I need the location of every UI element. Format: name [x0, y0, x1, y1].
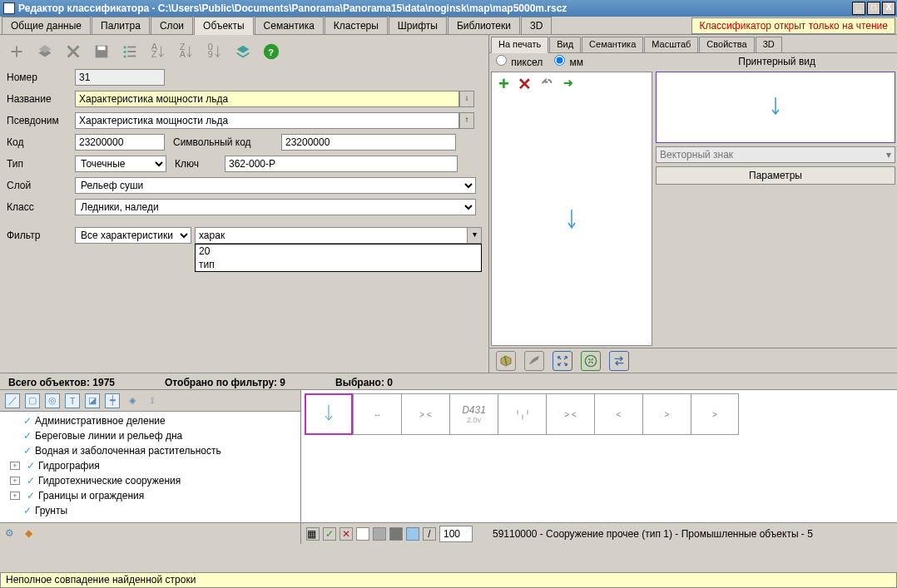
vector-sign-select[interactable]: Векторный знак ▾ [656, 146, 895, 163]
ttool-pin-icon[interactable]: ⟟ [145, 393, 160, 408]
rtab-semantics[interactable]: Семантика [582, 37, 643, 52]
checklist-icon[interactable]: ✓ [323, 527, 336, 541]
tab-palette[interactable]: Палитра [92, 17, 150, 34]
name-field[interactable] [75, 91, 459, 107]
color-gray[interactable] [373, 527, 386, 541]
class-select[interactable]: Ледники, наледи [75, 199, 476, 215]
rtab-print[interactable]: На печать [491, 37, 548, 53]
copy-icon[interactable] [35, 42, 55, 62]
ttool-text-icon[interactable]: T [65, 393, 80, 408]
expand-tool-icon[interactable] [553, 351, 572, 371]
filter-option-2[interactable]: тип [196, 258, 481, 271]
rtab-view[interactable]: Вид [549, 37, 581, 52]
ruler-icon[interactable]: / [423, 527, 436, 541]
ttool-rect-icon[interactable]: ▢ [25, 393, 40, 408]
delete-icon[interactable] [63, 42, 83, 62]
canvas-delete-icon[interactable]: ✕ [518, 74, 532, 94]
color-blue[interactable] [406, 527, 419, 541]
rtab-scale[interactable]: Масштаб [644, 37, 698, 52]
ttool-line-icon[interactable]: ／ [5, 393, 20, 408]
tree-settings-icon[interactable]: ⚙ [5, 527, 18, 541]
unit-mm-radio[interactable]: мм [554, 55, 583, 68]
collapse-tool-icon[interactable] [581, 351, 601, 371]
thumb-item[interactable]: D4312.0v [449, 393, 498, 435]
layer-select[interactable]: Рельеф суши [75, 177, 476, 194]
ttool-layers-icon[interactable]: ◈ [125, 393, 140, 408]
color-white[interactable] [356, 527, 369, 541]
tree-item[interactable]: ✓Береговые линии и рельеф дна [3, 428, 297, 443]
help-icon[interactable]: ? [261, 42, 281, 62]
minimize-button[interactable]: _ [852, 2, 865, 15]
swap-tool-icon[interactable] [609, 351, 629, 371]
tab-layers[interactable]: Слои [151, 17, 193, 34]
titlebar: Редактор классификатора - C:\Users\Publi… [0, 0, 897, 17]
tree-item[interactable]: ✓Грунты [3, 503, 297, 518]
tab-clusters[interactable]: Кластеры [325, 17, 388, 34]
thumb-item[interactable]: > [691, 393, 739, 435]
canvas-undo-icon[interactable] [540, 77, 553, 92]
grid-icon[interactable]: ▦ [306, 527, 320, 541]
expand-icon[interactable]: + [10, 462, 20, 470]
alias-field[interactable] [75, 112, 459, 129]
close-button[interactable]: X [882, 2, 895, 15]
name-down-button[interactable]: ↓ [459, 91, 474, 107]
tree-item[interactable]: ✓Водная и заболоченная растительность [3, 443, 297, 458]
filter-text-input[interactable] [195, 227, 482, 244]
maximize-button[interactable]: □ [867, 2, 880, 15]
tree-diamond-icon[interactable]: ◆ [25, 527, 38, 541]
tree-item[interactable]: +✓Гидротехнические сооружения [3, 473, 297, 488]
add-icon[interactable] [7, 42, 27, 62]
expand-icon[interactable]: + [10, 477, 20, 485]
list-icon[interactable] [120, 42, 140, 62]
thumbs-body[interactable]: ↔ > < D4312.0v ╵╷╵ > < < > > [301, 390, 897, 522]
ttool-split-icon[interactable]: ┿ [105, 393, 120, 408]
ttool-point-icon[interactable]: ◎ [45, 393, 60, 408]
layers-icon[interactable] [233, 42, 253, 62]
sort-asc-icon[interactable]: AZ [148, 42, 168, 62]
readonly-badge: Классификатор открыт только на чтение [691, 17, 895, 34]
thumb-item[interactable]: > [642, 393, 691, 435]
color-dark[interactable] [389, 527, 403, 541]
tab-libraries[interactable]: Библиотеки [448, 17, 520, 34]
code-field[interactable] [75, 134, 165, 151]
thumb-item[interactable]: < [594, 393, 642, 435]
save-icon[interactable] [92, 42, 112, 62]
cancel-icon[interactable]: ✕ [339, 527, 353, 541]
ttool-poly-icon[interactable]: ◪ [85, 393, 100, 408]
filter-dropdown-button[interactable]: ▾ [467, 227, 482, 244]
tree-item[interactable]: +✓Гидрография [3, 458, 297, 473]
type-select[interactable]: Точечные [75, 156, 166, 172]
filter-mode-select[interactable]: Все характеристики [75, 227, 191, 244]
box-tool-icon[interactable] [496, 351, 516, 371]
tab-semantics[interactable]: Семантика [255, 17, 324, 34]
key-field[interactable] [225, 156, 458, 172]
canvas-body[interactable] [492, 96, 652, 345]
canvas-redo-icon[interactable] [562, 77, 575, 92]
thumb-item[interactable]: > < [401, 393, 449, 435]
brush-tool-icon[interactable] [524, 351, 544, 371]
parameters-button[interactable]: Параметры [656, 166, 895, 185]
tree-body[interactable]: ✓Административное деление ✓Береговые лин… [0, 412, 300, 522]
expand-icon[interactable]: + [10, 492, 20, 500]
filter-option-1[interactable]: 20 [196, 245, 481, 258]
thumb-item[interactable]: ↔ [353, 393, 401, 435]
tab-objects[interactable]: Объекты [194, 17, 254, 35]
rtab-3d[interactable]: 3D [756, 37, 782, 52]
tree-item[interactable]: +✓Границы и ограждения [3, 488, 297, 503]
rtab-props[interactable]: Свойства [699, 37, 754, 52]
number-field[interactable] [75, 69, 165, 86]
thumb-item[interactable] [305, 393, 353, 435]
tree-item[interactable]: ✓Административное деление [3, 413, 297, 428]
tab-general[interactable]: Общие данные [2, 17, 91, 34]
sort-desc-icon[interactable]: ZA [176, 42, 196, 62]
zoom-input[interactable] [439, 526, 473, 542]
alias-up-button[interactable]: ↑ [459, 112, 474, 129]
canvas-add-icon[interactable]: + [498, 73, 509, 95]
thumb-item[interactable]: > < [546, 393, 594, 435]
tab-fonts[interactable]: Шрифты [389, 17, 447, 34]
thumb-item[interactable]: ╵╷╵ [498, 393, 546, 435]
unit-pixel-radio[interactable]: пиксел [496, 55, 543, 68]
symcode-field[interactable] [281, 134, 456, 151]
tab-3d[interactable]: 3D [521, 17, 552, 34]
sort-num-icon[interactable]: 09 [205, 42, 225, 62]
